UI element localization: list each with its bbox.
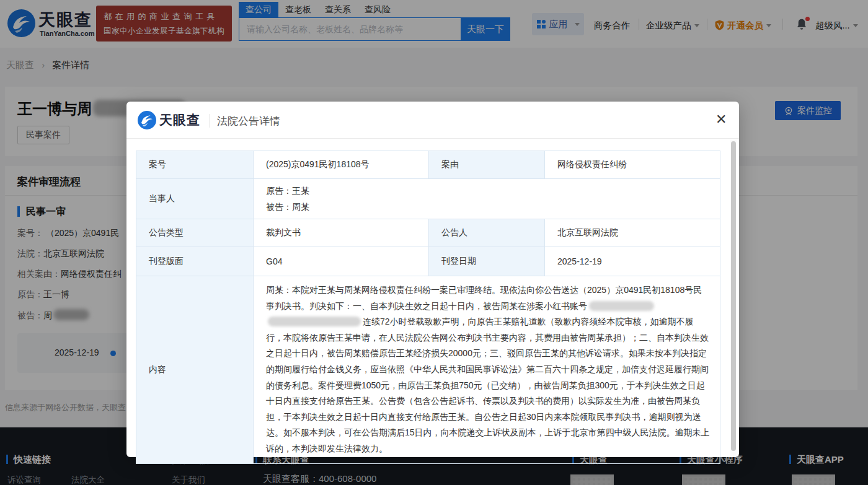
- redacted-account-blob: [268, 317, 361, 326]
- label-parties: 当事人: [136, 179, 254, 219]
- tianyancha-logo-icon: [138, 111, 156, 129]
- label-page: 刊登版面: [136, 247, 254, 276]
- value-content: 周某：本院对王某与周某网络侵权责任纠纷一案已审理终结。现依法向你公告送达（202…: [254, 276, 720, 464]
- label-content: 内容: [136, 276, 254, 464]
- modal-logo-text: 天眼查: [159, 111, 200, 129]
- value-page: G04: [254, 247, 429, 276]
- announcement-table: 案号 (2025)京0491民初18108号 案由 网络侵权责任纠纷 当事人 原…: [136, 151, 720, 464]
- modal-title: 法院公告详情: [217, 114, 280, 128]
- defendant-line: 被告：周某: [266, 199, 711, 215]
- label-case-number: 案号: [136, 151, 254, 179]
- modal-header: 天眼查 法院公告详情 ✕: [126, 102, 739, 139]
- table-row: 公告类型 裁判文书 公告人 北京互联网法院: [136, 219, 720, 247]
- value-announcement-type: 裁判文书: [254, 219, 429, 247]
- modal-scrollbar-track[interactable]: [730, 140, 737, 456]
- table-row: 案号 (2025)京0491民初18108号 案由 网络侵权责任纠纷: [136, 151, 720, 179]
- value-publish-date: 2025-12-19: [545, 247, 720, 276]
- label-publish-date: 刊登日期: [429, 247, 545, 276]
- table-row: 内容 周某：本院对王某与周某网络侵权责任纠纷一案已审理终结。现依法向你公告送达（…: [136, 276, 720, 464]
- table-row: 当事人 原告：王某 被告：周某: [136, 179, 720, 219]
- label-announcement-type: 公告类型: [136, 219, 254, 247]
- value-cause: 网络侵权责任纠纷: [545, 151, 720, 179]
- label-announcer: 公告人: [429, 219, 545, 247]
- court-announcement-modal: 天眼查 法院公告详情 ✕ 案号 (2025)京0491民初18108号 案由 网…: [126, 102, 739, 457]
- table-row: 刊登版面 G04 刊登日期 2025-12-19: [136, 247, 720, 276]
- value-parties: 原告：王某 被告：周某: [254, 179, 720, 219]
- value-case-number: (2025)京0491民初18108号: [254, 151, 429, 179]
- redacted-account-blob: [589, 301, 654, 311]
- divider: [210, 114, 210, 128]
- modal-scrollbar-thumb[interactable]: [731, 141, 736, 451]
- content-part2: 连续72小时登载致歉声明，向原告王某赔礼道歉（致歉内容须经本院审核，如逾期不履行…: [266, 317, 710, 453]
- plaintiff-line: 原告：王某: [266, 183, 711, 199]
- value-announcer: 北京互联网法院: [545, 219, 720, 247]
- label-cause: 案由: [429, 151, 545, 179]
- close-icon[interactable]: ✕: [715, 111, 727, 128]
